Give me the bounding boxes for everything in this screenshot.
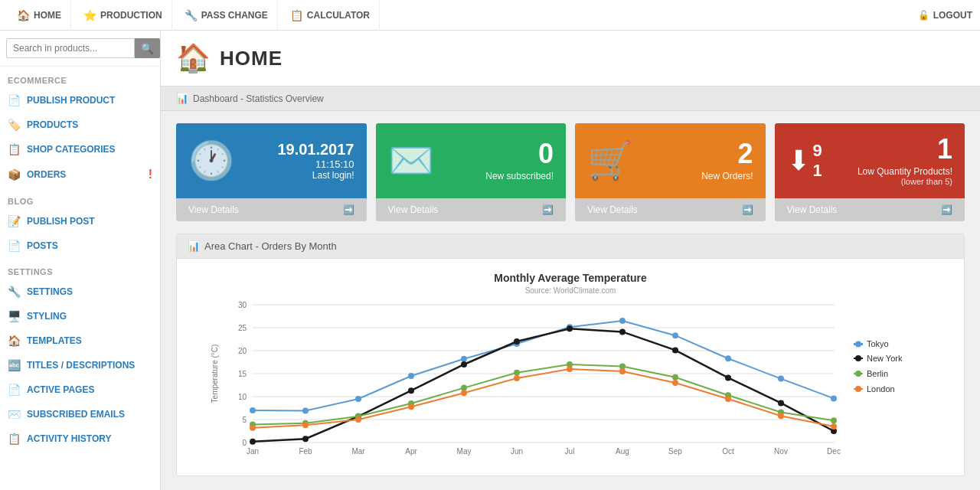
nav-pass-change[interactable]: 🔧 PASS CHANGE xyxy=(175,0,278,31)
dot-ny-0 xyxy=(250,439,256,445)
logout-label: LOGOUT xyxy=(933,10,972,21)
logout-button[interactable]: 🔓 LOGOUT xyxy=(918,10,972,21)
sidebar-label-activity-history: ACTIVITY HISTORY xyxy=(27,433,111,444)
sidebar-item-subscribed-emails[interactable]: ✉️ SUBSCRIBED EMAILS xyxy=(0,402,160,426)
nav-home[interactable]: 🏠 HOME xyxy=(8,0,71,31)
dot-ny-1 xyxy=(302,436,309,442)
search-input[interactable] xyxy=(6,38,135,58)
card-login-arrow: ➡️ xyxy=(343,204,354,215)
page-house-icon: 🏠 xyxy=(176,42,211,74)
breadcrumb: 📊 Dashboard - Statistics Overview xyxy=(161,87,980,111)
svg-text:Jul: Jul xyxy=(565,447,575,456)
calc-icon: 📋 xyxy=(290,9,303,21)
main-content: 🏠 HOME 📊 Dashboard - Statistics Overview… xyxy=(161,31,980,490)
clock-icon: 🕐 xyxy=(188,139,234,182)
card-orders-footer[interactable]: View Details ➡️ xyxy=(575,198,766,221)
nav-production-label: PRODUCTION xyxy=(100,10,162,21)
sidebar-item-publish-product[interactable]: 📄 PUBLISH PRODUCT xyxy=(0,88,160,113)
card-subscribed-body: ✉️ 0 New subscribed! xyxy=(376,123,567,198)
subscribed-emails-icon: ✉️ xyxy=(8,408,21,420)
activity-history-icon: 📋 xyxy=(8,433,21,445)
orders-badge: ! xyxy=(149,168,152,181)
chart-body: Monthly Average Temperature Source: Worl… xyxy=(177,259,964,475)
chart-header-label: Area Chart - Orders By Month xyxy=(204,240,337,252)
card-login-footer-label: View Details xyxy=(188,204,239,215)
chart-section: 📊 Area Chart - Orders By Month Monthly A… xyxy=(176,234,965,476)
nav-items: 🏠 HOME ⭐ PRODUCTION 🔧 PASS CHANGE 📋 CALC… xyxy=(8,0,380,31)
breadcrumb-icon: 📊 xyxy=(176,93,188,104)
card-lowqty: ⬇ 9 1 1 Low Quantity Products! (lower th… xyxy=(775,123,965,221)
sidebar-item-activity-history[interactable]: 📋 ACTIVITY HISTORY xyxy=(0,426,160,451)
card-lowqty-icon-area: ⬇ 9 1 xyxy=(787,141,822,181)
stats-cards: 🕐 19.01.2017 11:15:10 Last login! View D… xyxy=(161,111,980,234)
svg-text:10: 10 xyxy=(238,393,247,401)
card-lowqty-number: 1 xyxy=(858,136,952,163)
card-orders-footer-label: View Details xyxy=(587,204,638,215)
sidebar-item-active-pages[interactable]: 📄 ACTIVE PAGES xyxy=(0,377,160,402)
card-login-time: 11:15:10 xyxy=(277,158,354,170)
svg-text:Monthly Average Temperature: Monthly Average Temperature xyxy=(494,272,647,284)
chart-header: 📊 Area Chart - Orders By Month xyxy=(177,234,964,259)
nav-calculator-label: CALCULATOR xyxy=(307,10,370,21)
legend-berlin-dot xyxy=(855,371,861,377)
dot-london-3 xyxy=(408,403,414,410)
sidebar-item-publish-post[interactable]: 📝 PUBLISH POST xyxy=(0,209,160,234)
card-login: 🕐 19.01.2017 11:15:10 Last login! View D… xyxy=(176,123,367,221)
dot-london-1 xyxy=(302,422,309,428)
nav-calculator[interactable]: 📋 CALCULATOR xyxy=(281,0,380,31)
nav-pass-change-label: PASS CHANGE xyxy=(201,10,268,21)
svg-text:Aug: Aug xyxy=(616,447,629,456)
dot-tokyo-2 xyxy=(355,396,361,402)
sidebar-item-settings[interactable]: 🔧 SETTINGS xyxy=(0,279,160,304)
dot-ny-6 xyxy=(567,325,573,332)
sidebar-item-styling[interactable]: 🖥️ STYLING xyxy=(0,304,160,328)
sidebar-label-products: PRODUCTS xyxy=(27,119,78,130)
svg-text:15: 15 xyxy=(238,370,247,378)
sidebar-item-products[interactable]: 🏷️ PRODUCTS xyxy=(0,113,160,137)
settings-icon: 🔧 xyxy=(8,286,21,298)
svg-text:Mar: Mar xyxy=(351,447,365,456)
sidebar-item-shop-categories[interactable]: 📋 SHOP CATEGORIES xyxy=(0,137,160,162)
layout: 🔍 ECOMMERCE 📄 PUBLISH PRODUCT 🏷️ PRODUCT… xyxy=(0,31,980,490)
sidebar-item-templates[interactable]: 🏠 TEMPLATES xyxy=(0,328,160,353)
card-lowqty-footer-label: View Details xyxy=(787,204,838,215)
svg-text:Dec: Dec xyxy=(827,447,841,456)
templates-icon: 🏠 xyxy=(8,335,21,347)
dot-tokyo-11 xyxy=(831,395,837,401)
svg-text:Feb: Feb xyxy=(299,447,312,456)
card-lowqty-arrow: ➡️ xyxy=(941,204,952,215)
dot-london-9 xyxy=(725,396,731,402)
dot-tokyo-3 xyxy=(408,373,414,379)
section-settings: SETTINGS xyxy=(0,258,160,279)
search-box: 🔍 xyxy=(0,31,160,67)
legend-berlin-label: Berlin xyxy=(867,369,888,378)
card-subscribed-arrow: ➡️ xyxy=(542,204,554,215)
chart-svg: Monthly Average Temperature Source: Worl… xyxy=(185,266,956,466)
card-login-footer[interactable]: View Details ➡️ xyxy=(176,198,367,221)
logout-icon: 🔓 xyxy=(918,10,929,21)
card-lowqty-footer[interactable]: View Details ➡️ xyxy=(775,198,965,221)
star-icon: ⭐ xyxy=(83,9,96,21)
active-pages-icon: 📄 xyxy=(8,384,21,396)
sidebar-label-publish-post: PUBLISH POST xyxy=(27,216,95,227)
sidebar-item-titles-descriptions[interactable]: 🔤 TITLES / DESCRIPTIONS xyxy=(0,353,160,377)
card-login-label: Last login! xyxy=(277,170,354,181)
home-icon: 🏠 xyxy=(17,9,30,21)
sidebar-item-posts[interactable]: 📄 POSTS xyxy=(0,234,160,258)
svg-text:Nov: Nov xyxy=(774,447,788,456)
svg-text:Oct: Oct xyxy=(722,447,734,456)
top-nav: 🏠 HOME ⭐ PRODUCTION 🔧 PASS CHANGE 📋 CALC… xyxy=(0,0,980,31)
nav-home-label: HOME xyxy=(34,10,61,21)
svg-text:Source: WorldClimate.com: Source: WorldClimate.com xyxy=(525,286,616,295)
dot-tokyo-4 xyxy=(461,356,467,362)
card-subscribed-info: 0 New subscribed! xyxy=(485,140,554,181)
search-button[interactable]: 🔍 xyxy=(135,38,160,58)
dot-ny-3 xyxy=(408,387,414,394)
card-subscribed-subtitle: New subscribed! xyxy=(485,171,554,181)
legend-tokyo-label: Tokyo xyxy=(867,339,889,348)
dot-london-0 xyxy=(250,425,256,431)
page-title: HOME xyxy=(220,47,283,70)
nav-production[interactable]: ⭐ PRODUCTION xyxy=(74,0,172,31)
sidebar-item-orders[interactable]: 📦 ORDERS ! xyxy=(0,162,160,188)
card-subscribed-footer[interactable]: View Details ➡️ xyxy=(376,198,567,221)
